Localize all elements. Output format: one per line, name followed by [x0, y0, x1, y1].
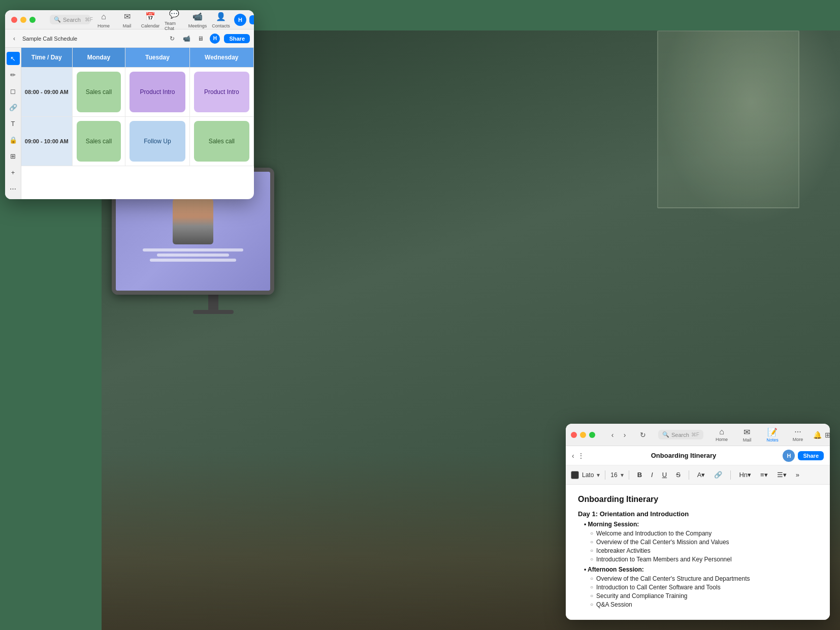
event-sales-call-mon[interactable]: Sales call — [77, 72, 121, 112]
nav-teamchat[interactable]: 💬 Team Chat — [165, 10, 183, 31]
notes-maximize-button[interactable] — [589, 432, 595, 438]
notes-options-btn[interactable]: ⋮ — [577, 452, 585, 460]
table-tool[interactable]: ⊞ — [7, 149, 20, 163]
video-button[interactable]: 📹 — [181, 34, 191, 44]
event-sales-call-wed[interactable]: Sales call — [194, 121, 249, 162]
notes-nav-notes[interactable]: 📝 Notes — [762, 427, 783, 443]
monitor-text-3 — [150, 259, 236, 262]
note-doc-header: ‹ ⋮ Onboarding Itinerary H Share — [566, 446, 830, 465]
calendar-icon: 📅 — [145, 11, 156, 22]
share-btn-2[interactable]: Share — [224, 34, 250, 43]
heading-button[interactable]: Hn▾ — [736, 470, 754, 480]
more-tool[interactable]: ⋯ — [7, 182, 20, 195]
titlebar-search-box[interactable]: 🔍 Search ⌘F — [50, 15, 90, 24]
notes-nav-home[interactable]: ⌂ Home — [712, 427, 732, 442]
text-tool[interactable]: T — [7, 117, 20, 130]
refresh-button[interactable]: ↻ — [167, 34, 177, 44]
sidebar-toggle-icon[interactable]: ⊞ — [825, 431, 830, 439]
event-cell-tue-0900[interactable]: Follow Up — [125, 117, 189, 166]
event-cell-mon-0800[interactable]: Sales call — [72, 68, 125, 117]
separator-3 — [689, 470, 689, 480]
mail-nav-label: Mail — [743, 437, 752, 443]
morning-item-1: Welcome and Introduction to the Company — [590, 530, 818, 537]
schedule-table: Time / Day Monday Tuesday Wednesday 08:0… — [21, 48, 254, 166]
minimize-button[interactable] — [20, 17, 26, 23]
maximize-button[interactable] — [29, 17, 36, 23]
more-format-btn[interactable]: » — [793, 470, 802, 480]
back-button[interactable]: ‹ — [9, 34, 19, 44]
notes-close-button[interactable] — [571, 432, 577, 438]
nav-mail[interactable]: ✉ Mail — [118, 11, 136, 28]
italic-button[interactable]: I — [648, 470, 656, 480]
strikethrough-button[interactable]: S — [673, 470, 684, 480]
add-tool[interactable]: + — [7, 166, 20, 179]
nav-meetings[interactable]: 📹 Meetings — [188, 11, 207, 28]
mail-icon: ✉ — [121, 11, 133, 22]
align-button[interactable]: ≡▾ — [757, 470, 771, 480]
more-icon: ··· — [794, 427, 801, 436]
event-cell-wed-0900[interactable]: Sales call — [189, 117, 253, 166]
nav-home[interactable]: ⌂ Home — [94, 11, 113, 28]
font-name-select[interactable]: Lato — [582, 471, 594, 479]
nav-calendar[interactable]: 📅 Calendar — [141, 11, 159, 28]
afternoon-item-4: Q&A Session — [590, 601, 818, 608]
home-label: Home — [98, 23, 110, 28]
font-size-select[interactable]: 16 — [610, 471, 617, 479]
color-swatch[interactable] — [571, 471, 579, 479]
event-product-intro-wed[interactable]: Product Intro — [194, 72, 249, 112]
notes-search-box[interactable]: 🔍 Search ⌘F — [658, 430, 703, 439]
meetings-label: Meetings — [188, 23, 207, 28]
highlight-button[interactable]: A▾ — [694, 470, 708, 480]
link-button[interactable]: 🔗 — [711, 470, 725, 480]
underline-button[interactable]: U — [659, 470, 670, 480]
morning-item-2: Overview of the Call Center's Mission an… — [590, 539, 818, 546]
event-cell-mon-0900[interactable]: Sales call — [72, 117, 125, 166]
bold-button[interactable]: B — [634, 470, 645, 480]
event-cell-wed-0800[interactable]: Product Intro — [189, 68, 253, 117]
screen-button[interactable]: 🖥 — [196, 34, 206, 44]
nav-contacts[interactable]: 👤 Contacts — [212, 11, 230, 28]
notification-icon[interactable]: 🔔 — [813, 431, 822, 439]
notes-back-doc-btn[interactable]: ‹ — [572, 452, 574, 460]
event-cell-tue-0800[interactable]: Product Intro — [125, 68, 189, 117]
notes-back-btn[interactable]: ‹ — [607, 430, 618, 440]
event-sales-call-mon-2[interactable]: Sales call — [77, 121, 121, 162]
notes-minimize-button[interactable] — [580, 432, 586, 438]
pen-tool[interactable]: ✏ — [7, 68, 20, 81]
event-product-intro-tue[interactable]: Product Intro — [130, 72, 185, 112]
separator-1 — [605, 470, 605, 480]
notes-forward-btn[interactable]: › — [620, 430, 630, 440]
afternoon-item-1: Overview of the Call Center's Structure … — [590, 575, 818, 582]
left-toolbar: ↖ ✏ ◻ 🔗 T 🔒 ⊞ + ⋯ — [5, 48, 21, 199]
contacts-label: Contacts — [212, 23, 230, 28]
title-actions: H Share — [234, 14, 254, 26]
calendar-main-area: ↖ ✏ ◻ 🔗 T 🔒 ⊞ + ⋯ Time / Day Monday Tues… — [5, 48, 254, 199]
notes-icon: 📝 — [767, 427, 778, 437]
notes-nav-mail[interactable]: ✉ Mail — [737, 427, 757, 443]
notes-search-text: Search — [671, 432, 689, 438]
calendar-title-area: ⌂ Home ✉ Mail 📅 Calendar 💬 Team Chat 📹 — [94, 10, 230, 31]
bullet-icon-1: • — [584, 521, 588, 528]
notes-nav-more[interactable]: ··· More — [788, 427, 808, 442]
notes-refresh-btn[interactable]: ↻ — [640, 430, 646, 440]
schedule-title: Sample Call Schedule — [22, 36, 77, 42]
notes-content: Onboarding Itinerary Day 1: Orientation … — [566, 485, 830, 620]
contacts-icon: 👤 — [215, 11, 227, 22]
list-button[interactable]: ☰▾ — [774, 470, 790, 480]
lock-tool[interactable]: 🔒 — [7, 133, 20, 146]
col-monday: Monday — [72, 48, 125, 68]
user-avatar-small[interactable]: H — [210, 34, 220, 44]
col-wednesday: Wednesday — [189, 48, 253, 68]
link-tool[interactable]: 🔗 — [7, 101, 20, 114]
close-button[interactable] — [11, 17, 17, 23]
teamchat-label: Team Chat — [165, 21, 183, 31]
shape-tool[interactable]: ◻ — [7, 84, 20, 98]
teamchat-icon: 💬 — [169, 10, 180, 20]
note-share-btn[interactable]: Share — [798, 451, 824, 460]
event-follow-up[interactable]: Follow Up — [130, 121, 185, 162]
share-button[interactable]: Share — [249, 15, 254, 24]
notes-window-actions: 🔔 ⊞ H Share — [813, 429, 830, 441]
cursor-tool[interactable]: ↖ — [7, 52, 20, 65]
toolbar-right-actions: ↻ 📹 🖥 H Share — [167, 34, 250, 44]
user-avatar[interactable]: H — [234, 14, 246, 26]
